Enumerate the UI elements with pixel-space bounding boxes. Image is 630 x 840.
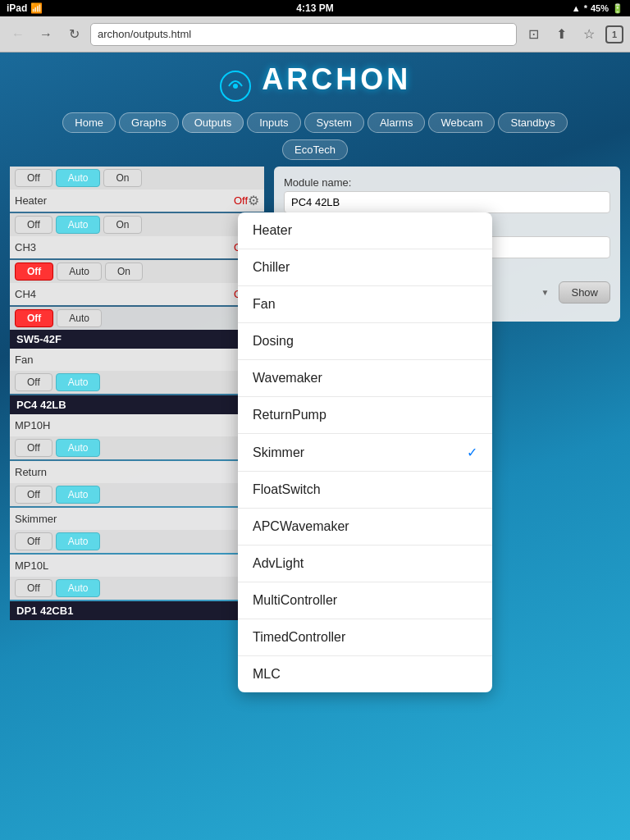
dropdown-item-wavemaker[interactable]: Wavemaker [238,360,492,397]
dropdown-menu: HeaterChillerFanDosingWavemakerReturnPum… [238,212,492,692]
dropdown-item-mlc[interactable]: MLC [238,656,492,692]
ch3-label-row: CH3 Off ⚙ [10,236,264,258]
dropdown-item-dosing[interactable]: Dosing [238,323,492,360]
module-name-label: Module name: [284,176,610,189]
mp10h-btn-row: Off Auto [10,436,264,459]
heater-top-on-button[interactable]: On [103,169,141,187]
nav-alarms[interactable]: Alarms [368,112,425,133]
dropdown-item-timedcontroller[interactable]: TimedController [238,619,492,656]
return-auto-button[interactable]: Auto [56,486,101,504]
output-row-return: Return On Off Auto [10,461,264,506]
mp10l-off-button[interactable]: Off [15,579,52,597]
dropdown-item-chiller[interactable]: Chiller [238,249,492,286]
fan-auto-button[interactable]: Auto [56,373,101,391]
tab-count[interactable]: 1 [605,25,623,43]
back-button[interactable]: ← [7,23,30,46]
module-name-input[interactable] [284,191,610,213]
ch4-btn-row: Off Auto On [10,260,264,283]
skimmer-label-row: Skimmer On [10,508,264,530]
ch4-on-button[interactable]: On [105,262,143,281]
browser-actions: ⊡ ⬆ ☆ 1 [522,23,623,46]
ch3-on-button[interactable]: On [103,216,141,234]
return-btn-row: Off Auto [10,483,264,506]
mp10l-btn-row: Off Auto [10,577,264,600]
btn-row-top: Off Auto On [10,167,264,189]
skimmer-off-button[interactable]: Off [15,532,52,550]
heater-label-row: Heater Off ⚙ [10,189,264,212]
nav-standbys[interactable]: Standbys [498,112,567,133]
signal-icon: ▲ [572,3,581,13]
mp10h-off-button[interactable]: Off [15,439,52,457]
ch4-off-button[interactable]: Off [15,262,53,281]
heater-top-auto-button[interactable]: Auto [56,169,101,187]
ch4-extra-btn-row: Off Auto [10,307,264,330]
return-off-button[interactable]: Off [15,486,52,504]
output-row-ch4: Off Auto On CH4 Off ⚙ [10,260,264,305]
heater-status: Off [234,194,248,207]
dropdown-item-fan[interactable]: Fan [238,286,492,323]
output-row-heater: Off Auto On Heater Off ⚙ [10,167,264,212]
ch4-extra-auto-button[interactable]: Auto [57,309,102,327]
status-bar: iPad 📶 4:13 PM ▲ * 45% 🔋 [0,0,630,16]
dropdown-item-floatswitch[interactable]: FloatSwitch [238,472,492,509]
checkmark-icon: ✓ [467,445,477,460]
nav-bar: Home Graphs Outputs Inputs System Alarms… [0,109,630,136]
mp10h-auto-button[interactable]: Auto [56,439,101,457]
heater-label: Heater [15,191,234,210]
dropdown-item-skimmer[interactable]: Skimmer✓ [238,434,492,472]
ch3-btn-row: Off Auto On [10,213,264,236]
skimmer-auto-button[interactable]: Auto [56,532,101,550]
share-button[interactable]: ⬆ [550,23,573,46]
logo-icon [219,70,252,103]
nav-system[interactable]: System [304,112,364,133]
status-right: ▲ * 45% 🔋 [572,3,623,14]
output-row-skimmer: Skimmer On Off Auto [10,508,264,553]
fan-off-button[interactable]: Off [15,373,52,391]
return-label-row: Return On [10,461,264,483]
nav-ecotech[interactable]: EcoTech [282,139,348,160]
forward-button[interactable]: → [34,23,57,46]
mp10l-auto-button[interactable]: Auto [56,579,101,597]
section-pc4: PC4 42LB [10,395,264,414]
nav-home[interactable]: Home [62,112,116,133]
reader-button[interactable]: ⊡ [522,23,545,46]
dropdown-item-heater[interactable]: Heater [238,212,492,249]
status-left: iPad 📶 [7,2,43,14]
section-sw5: SW5-42F [10,330,264,349]
heater-top-off-button[interactable]: Off [15,169,52,187]
bluetooth-icon: * [584,3,587,13]
ch3-off-button[interactable]: Off [15,216,52,234]
ch4-auto-button[interactable]: Auto [57,262,102,281]
browser-toolbar: ← → ↻ archon/outputs.html ⊡ ⬆ ☆ 1 [0,16,630,52]
wifi-icon: 📶 [30,2,43,14]
bookmark-button[interactable]: ☆ [578,23,600,46]
ch3-label: CH3 [15,238,234,257]
page-background: ARCHON Home Graphs Outputs Inputs System… [0,52,630,840]
dropdown-item-multicontroller[interactable]: MultiController [238,582,492,619]
reload-button[interactable]: ↻ [62,23,85,46]
battery-icon: 🔋 [612,3,623,14]
show-button[interactable]: Show [559,281,610,304]
nav-inputs[interactable]: Inputs [247,112,300,133]
address-bar[interactable]: archon/outputs.html [90,23,517,46]
return-label: Return [15,463,245,482]
battery-label: 45% [591,3,609,13]
dropdown-item-apcwavemaker[interactable]: APCWavemaker [238,509,492,546]
dropdown-item-returnpump[interactable]: ReturnPump [238,397,492,434]
nav-outputs[interactable]: Outputs [182,112,244,133]
heater-gear-icon[interactable]: ⚙ [248,193,259,208]
outputs-panel: Off Auto On Heater Off ⚙ Off Auto On CH3 [10,167,264,620]
output-row-fan: Fan On Off Auto [10,349,264,394]
output-row-mp10l: MP10L On Off Auto [10,555,264,600]
nav-webcam[interactable]: Webcam [428,112,495,133]
logo-text: ARCHON [262,62,411,96]
ch4-extra-off-button[interactable]: Off [15,309,53,327]
output-row-mp10h: MP10H On Off Auto [10,414,264,459]
ch3-auto-button[interactable]: Auto [56,216,101,234]
ch4-label-row: CH4 Off ⚙ [10,283,264,305]
skimmer-label: Skimmer [15,509,245,528]
fan-label-row: Fan On [10,349,264,371]
dropdown-item-advlight[interactable]: AdvLight [238,546,492,582]
nav-graphs[interactable]: Graphs [119,112,179,133]
url-text: archon/outputs.html [98,28,191,40]
